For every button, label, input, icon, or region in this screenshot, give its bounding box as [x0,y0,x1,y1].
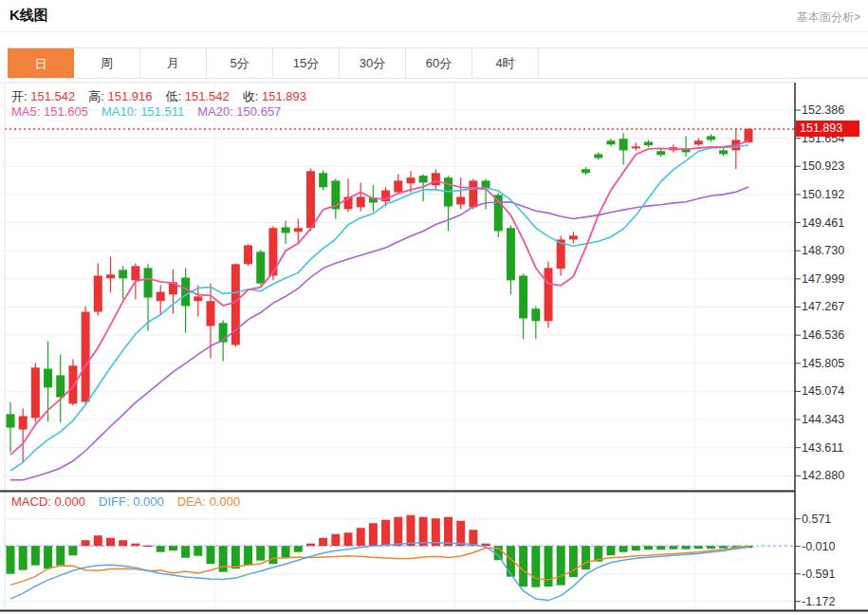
y-axis-label: 146.536 [802,328,864,342]
ma20-line [10,187,748,480]
y-axis-label: 142.880 [802,469,864,482]
y-axis-label: 144.343 [802,413,864,426]
macd-axis-label: -0.591 [802,568,864,581]
macd-axis-label: -0.010 [802,540,864,553]
y-axis-label: 150.923 [802,159,864,173]
readout-item: MA20: 150.657 [197,104,281,119]
y-axis-label: 152.386 [802,103,864,117]
y-axis-label: 149.461 [802,216,864,230]
y-axis-label: 145.805 [802,357,864,370]
readout-item: MA5: 151.605 [11,104,88,119]
ma10-line [10,145,748,471]
readout-item: 高: 151.916 [88,88,152,105]
y-axis-label: 147.267 [802,300,864,313]
readout-item: DIFF: 0.000 [99,494,164,509]
readout-item: 低: 151.542 [165,88,229,105]
readout-item: MACD: 0.000 [11,494,85,509]
macd-axis-label: 0.571 [802,512,864,526]
y-axis-label: 147.999 [802,272,864,286]
readout-item: MA10: 151.511 [102,104,184,119]
ohlc-readout: 开: 151.542高: 151.916低: 151.542收: 151.893 [11,88,320,105]
macd-readout: MACD: 0.000DIFF: 0.000DEA: 0.000 [11,494,253,509]
readout-item: 开: 151.542 [11,88,75,105]
macd-axis-label: -1.172 [802,595,864,608]
macd-histogram [7,515,753,587]
kline-page: K线图 基本面分析> 日周月5分15分30分60分4时 开: 151.542高:… [0,0,868,615]
y-axis-label: 143.611 [802,441,864,455]
y-axis-label: 150.192 [802,188,864,201]
y-axis-label: 145.074 [802,384,864,398]
diff-line [10,543,748,601]
current-price-tag: 151.893 [796,121,859,137]
readout-item: 收: 151.893 [243,88,306,105]
candles-layer [7,128,753,463]
y-axis-label: 148.730 [802,244,864,257]
readout-item: DEA: 0.000 [177,494,241,509]
ma-readout: MA5: 151.605MA10: 151.511MA20: 150.657 [11,104,294,119]
ma5-line [10,140,748,455]
